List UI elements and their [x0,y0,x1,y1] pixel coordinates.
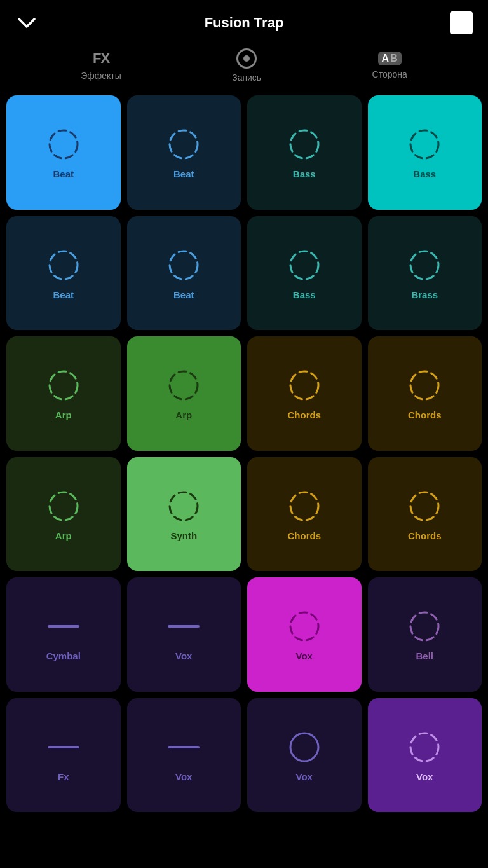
pad-pad-19[interactable]: Vox [247,577,362,692]
pad-icon-pad-1 [44,125,83,163]
ab-a: A [382,53,390,64]
pad-label-pad-14: Synth [170,530,197,541]
pad-label-pad-5: Beat [53,289,74,300]
pad-pad-1[interactable]: Beat [6,95,121,210]
pad-label-pad-1: Beat [53,169,74,179]
pad-icon-pad-12 [405,366,444,404]
record-button[interactable]: Запись [232,48,261,83]
pad-icon-pad-8 [405,246,444,284]
pad-label-pad-19: Vox [296,651,313,661]
page-title: Fusion Trap [205,15,284,31]
pad-pad-3[interactable]: Bass [247,95,362,210]
pad-icon-pad-19 [285,607,323,645]
pad-icon-pad-11 [285,366,323,404]
pad-label-pad-15: Chords [288,530,322,541]
pad-icon-pad-17 [44,607,83,645]
pad-pad-23[interactable]: Vox [247,698,362,813]
pad-label-pad-24: Vox [416,771,433,782]
pad-pad-10[interactable]: Arp [127,336,241,451]
pad-pad-15[interactable]: Chords [247,457,362,572]
svg-point-19 [410,733,438,761]
fx-icon: FX [93,50,109,67]
pad-pad-12[interactable]: Chords [368,336,482,451]
pad-label-pad-11: Chords [288,410,322,420]
pad-icon-pad-15 [285,487,323,525]
pad-pad-20[interactable]: Bell [368,577,482,692]
pad-pad-18[interactable]: Vox [127,577,241,692]
svg-point-10 [290,371,318,399]
pad-pad-6[interactable]: Beat [127,216,241,331]
record-icon [236,48,257,69]
pad-pad-8[interactable]: Brass [368,216,482,331]
pad-pad-14[interactable]: Synth [127,457,241,572]
svg-point-5 [170,251,198,279]
pad-label-pad-4: Bass [413,169,436,179]
pad-icon-pad-3 [285,125,323,163]
svg-point-8 [50,371,78,399]
pad-label-pad-9: Arp [55,410,72,420]
ab-b: B [390,53,398,64]
pad-pad-21[interactable]: Fx [6,698,121,813]
pad-grid: Beat Beat Bass [0,95,488,818]
pad-icon-pad-24 [405,728,444,766]
svg-point-17 [410,612,438,640]
pad-icon-pad-16 [405,487,444,525]
pad-label-pad-10: Arp [175,410,192,420]
pad-pad-2[interactable]: Beat [127,95,241,210]
pad-pad-7[interactable]: Bass [247,216,362,331]
svg-point-16 [290,612,318,640]
pad-label-pad-6: Beat [173,289,194,300]
svg-point-7 [410,251,438,279]
svg-point-13 [170,492,198,520]
pad-label-pad-22: Vox [175,771,192,782]
svg-point-1 [170,130,198,158]
pad-icon-pad-13 [44,487,83,525]
pad-label-pad-16: Chords [408,530,442,541]
pad-label-pad-18: Vox [175,651,192,661]
pad-icon-pad-21 [44,728,83,766]
pad-pad-22[interactable]: Vox [127,698,241,813]
pad-pad-11[interactable]: Chords [247,336,362,451]
back-button[interactable] [15,11,38,34]
toolbar: FX Эффекты Запись A B Сторона [0,42,488,95]
pad-label-pad-12: Chords [408,410,442,420]
pad-label-pad-8: Brass [411,289,438,300]
pad-icon-pad-10 [165,366,203,404]
header-square[interactable] [450,11,473,34]
pad-label-pad-17: Cymbal [46,651,81,661]
pad-icon-pad-5 [44,246,83,284]
svg-point-9 [170,371,198,399]
pad-icon-pad-23 [285,728,323,766]
svg-point-6 [290,251,318,279]
pad-pad-4[interactable]: Bass [368,95,482,210]
pad-icon-pad-14 [165,487,203,525]
side-button[interactable]: A B Сторона [372,52,407,79]
fx-button[interactable]: FX Эффекты [81,50,121,81]
pad-pad-16[interactable]: Chords [368,457,482,572]
pad-pad-24[interactable]: Vox [368,698,482,813]
svg-point-4 [50,251,78,279]
pad-pad-13[interactable]: Arp [6,457,121,572]
svg-point-14 [290,492,318,520]
pad-label-pad-21: Fx [58,771,69,782]
pad-label-pad-20: Bell [416,651,433,661]
pad-label-pad-7: Bass [293,289,316,300]
svg-point-11 [410,371,438,399]
pad-pad-17[interactable]: Cymbal [6,577,121,692]
pad-pad-9[interactable]: Arp [6,336,121,451]
pad-label-pad-2: Beat [173,169,194,179]
side-label: Сторона [372,69,407,79]
fx-label: Эффекты [81,71,121,81]
svg-point-12 [50,492,78,520]
ab-badge: A B [378,52,402,65]
pad-icon-pad-2 [165,125,203,163]
svg-point-3 [410,130,438,158]
pad-label-pad-23: Vox [296,771,313,782]
pad-label-pad-13: Arp [55,530,72,541]
header: Fusion Trap [0,0,488,42]
pad-icon-pad-20 [405,607,444,645]
pad-icon-pad-9 [44,366,83,404]
svg-point-18 [290,733,318,761]
pad-pad-5[interactable]: Beat [6,216,121,331]
svg-point-15 [410,492,438,520]
